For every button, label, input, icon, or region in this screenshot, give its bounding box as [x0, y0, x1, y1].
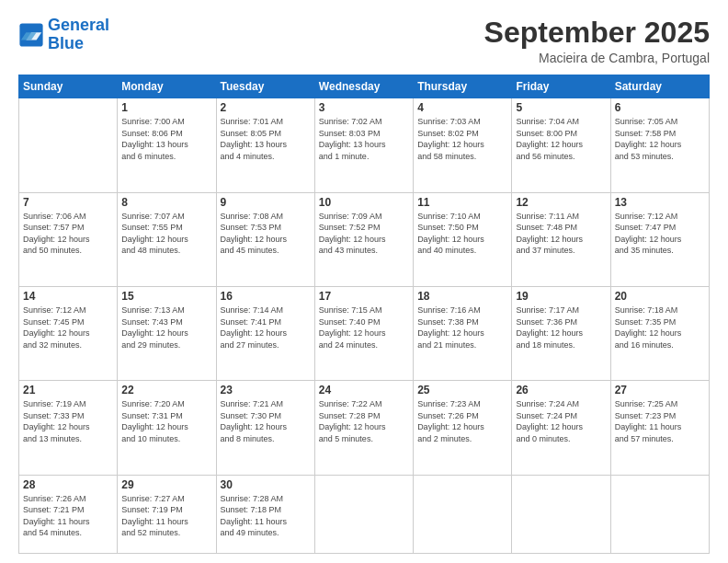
- day-info: Sunrise: 7:11 AM Sunset: 7:48 PM Dayligh…: [516, 211, 606, 257]
- day-info: Sunrise: 7:06 AM Sunset: 7:57 PM Dayligh…: [23, 211, 113, 257]
- header-saturday: Saturday: [610, 75, 709, 98]
- day-info: Sunrise: 7:03 AM Sunset: 8:02 PM Dayligh…: [417, 116, 507, 162]
- day-info: Sunrise: 7:24 AM Sunset: 7:24 PM Dayligh…: [516, 398, 606, 444]
- day-info: Sunrise: 7:12 AM Sunset: 7:47 PM Dayligh…: [615, 211, 705, 257]
- table-row: 14Sunrise: 7:12 AM Sunset: 7:45 PM Dayli…: [19, 286, 118, 380]
- table-row: 17Sunrise: 7:15 AM Sunset: 7:40 PM Dayli…: [314, 286, 413, 380]
- table-row: 25Sunrise: 7:23 AM Sunset: 7:26 PM Dayli…: [414, 381, 512, 475]
- table-row: 26Sunrise: 7:24 AM Sunset: 7:24 PM Dayli…: [512, 381, 610, 475]
- day-number: 30: [221, 478, 311, 491]
- day-number: 15: [121, 290, 211, 303]
- day-info: Sunrise: 7:26 AM Sunset: 7:21 PM Dayligh…: [23, 493, 113, 539]
- table-row: 22Sunrise: 7:20 AM Sunset: 7:31 PM Dayli…: [118, 381, 216, 475]
- day-number: 18: [417, 290, 507, 303]
- table-row: 4Sunrise: 7:03 AM Sunset: 8:02 PM Daylig…: [414, 98, 512, 192]
- day-info: Sunrise: 7:08 AM Sunset: 7:53 PM Dayligh…: [221, 211, 311, 257]
- calendar: Sunday Monday Tuesday Wednesday Thursday…: [18, 75, 710, 554]
- day-info: Sunrise: 7:04 AM Sunset: 8:00 PM Dayligh…: [516, 116, 606, 162]
- page: General Blue September 2025 Macieira de …: [0, 0, 728, 563]
- month-title: September 2025: [484, 17, 710, 49]
- table-row: 23Sunrise: 7:21 AM Sunset: 7:30 PM Dayli…: [216, 381, 314, 475]
- header-tuesday: Tuesday: [216, 75, 314, 98]
- table-row: 5Sunrise: 7:04 AM Sunset: 8:00 PM Daylig…: [512, 98, 610, 192]
- location: Macieira de Cambra, Portugal: [484, 51, 710, 65]
- day-number: 9: [221, 196, 311, 209]
- day-info: Sunrise: 7:17 AM Sunset: 7:36 PM Dayligh…: [516, 304, 606, 350]
- day-number: 14: [23, 290, 113, 303]
- day-number: 27: [615, 384, 705, 396]
- table-row: 28Sunrise: 7:26 AM Sunset: 7:21 PM Dayli…: [19, 475, 118, 553]
- table-row: 7Sunrise: 7:06 AM Sunset: 7:57 PM Daylig…: [19, 192, 118, 286]
- table-row: 6Sunrise: 7:05 AM Sunset: 7:58 PM Daylig…: [610, 98, 709, 192]
- day-info: Sunrise: 7:19 AM Sunset: 7:33 PM Dayligh…: [23, 398, 113, 444]
- logo: General Blue: [18, 17, 109, 53]
- table-row: 21Sunrise: 7:19 AM Sunset: 7:33 PM Dayli…: [19, 381, 118, 475]
- table-row: 16Sunrise: 7:14 AM Sunset: 7:41 PM Dayli…: [216, 286, 314, 380]
- logo-general: General: [48, 16, 109, 34]
- day-number: 8: [121, 196, 211, 209]
- day-number: 13: [615, 196, 705, 209]
- table-row: 2Sunrise: 7:01 AM Sunset: 8:05 PM Daylig…: [216, 98, 314, 192]
- day-number: 17: [319, 290, 409, 303]
- day-info: Sunrise: 7:13 AM Sunset: 7:43 PM Dayligh…: [121, 304, 211, 350]
- day-info: Sunrise: 7:14 AM Sunset: 7:41 PM Dayligh…: [221, 304, 311, 350]
- day-info: Sunrise: 7:16 AM Sunset: 7:38 PM Dayligh…: [417, 304, 507, 350]
- logo-icon: [18, 22, 44, 48]
- header: General Blue September 2025 Macieira de …: [18, 17, 710, 65]
- day-number: 12: [516, 196, 606, 209]
- logo-text: General Blue: [48, 17, 109, 53]
- table-row: 11Sunrise: 7:10 AM Sunset: 7:50 PM Dayli…: [414, 192, 512, 286]
- table-row: 24Sunrise: 7:22 AM Sunset: 7:28 PM Dayli…: [314, 381, 413, 475]
- day-number: 16: [221, 290, 311, 303]
- title-block: September 2025 Macieira de Cambra, Portu…: [484, 17, 710, 65]
- day-number: 2: [221, 101, 311, 114]
- day-number: 28: [23, 478, 113, 491]
- table-row: 15Sunrise: 7:13 AM Sunset: 7:43 PM Dayli…: [118, 286, 216, 380]
- header-friday: Friday: [512, 75, 610, 98]
- table-row: 18Sunrise: 7:16 AM Sunset: 7:38 PM Dayli…: [414, 286, 512, 380]
- header-wednesday: Wednesday: [314, 75, 413, 98]
- table-row: 9Sunrise: 7:08 AM Sunset: 7:53 PM Daylig…: [216, 192, 314, 286]
- day-number: 21: [23, 384, 113, 396]
- day-number: 4: [417, 101, 507, 114]
- weekday-header-row: Sunday Monday Tuesday Wednesday Thursday…: [19, 75, 710, 98]
- day-number: 20: [615, 290, 705, 303]
- day-info: Sunrise: 7:25 AM Sunset: 7:23 PM Dayligh…: [615, 398, 705, 444]
- day-info: Sunrise: 7:23 AM Sunset: 7:26 PM Dayligh…: [417, 398, 507, 444]
- logo-blue: Blue: [48, 34, 84, 52]
- table-row: 27Sunrise: 7:25 AM Sunset: 7:23 PM Dayli…: [610, 381, 709, 475]
- table-row: 3Sunrise: 7:02 AM Sunset: 8:03 PM Daylig…: [314, 98, 413, 192]
- day-info: Sunrise: 7:10 AM Sunset: 7:50 PM Dayligh…: [417, 211, 507, 257]
- table-row: 30Sunrise: 7:28 AM Sunset: 7:18 PM Dayli…: [216, 475, 314, 553]
- day-number: 19: [516, 290, 606, 303]
- table-row: [512, 475, 610, 553]
- day-info: Sunrise: 7:09 AM Sunset: 7:52 PM Dayligh…: [319, 211, 409, 257]
- day-info: Sunrise: 7:27 AM Sunset: 7:19 PM Dayligh…: [121, 493, 211, 539]
- day-info: Sunrise: 7:15 AM Sunset: 7:40 PM Dayligh…: [319, 304, 409, 350]
- day-number: 23: [221, 384, 311, 396]
- day-number: 25: [417, 384, 507, 396]
- header-sunday: Sunday: [19, 75, 118, 98]
- table-row: [314, 475, 413, 553]
- day-info: Sunrise: 7:05 AM Sunset: 7:58 PM Dayligh…: [615, 116, 705, 162]
- table-row: 8Sunrise: 7:07 AM Sunset: 7:55 PM Daylig…: [118, 192, 216, 286]
- table-row: 19Sunrise: 7:17 AM Sunset: 7:36 PM Dayli…: [512, 286, 610, 380]
- day-number: 5: [516, 101, 606, 114]
- table-row: [19, 98, 118, 192]
- table-row: 29Sunrise: 7:27 AM Sunset: 7:19 PM Dayli…: [118, 475, 216, 553]
- table-row: 20Sunrise: 7:18 AM Sunset: 7:35 PM Dayli…: [610, 286, 709, 380]
- table-row: 10Sunrise: 7:09 AM Sunset: 7:52 PM Dayli…: [314, 192, 413, 286]
- day-info: Sunrise: 7:02 AM Sunset: 8:03 PM Dayligh…: [319, 116, 409, 162]
- day-info: Sunrise: 7:28 AM Sunset: 7:18 PM Dayligh…: [221, 493, 311, 539]
- day-info: Sunrise: 7:20 AM Sunset: 7:31 PM Dayligh…: [121, 398, 211, 444]
- day-number: 7: [23, 196, 113, 209]
- day-info: Sunrise: 7:22 AM Sunset: 7:28 PM Dayligh…: [319, 398, 409, 444]
- table-row: [610, 475, 709, 553]
- day-info: Sunrise: 7:07 AM Sunset: 7:55 PM Dayligh…: [121, 211, 211, 257]
- day-number: 3: [319, 101, 409, 114]
- table-row: 1Sunrise: 7:00 AM Sunset: 8:06 PM Daylig…: [118, 98, 216, 192]
- day-info: Sunrise: 7:01 AM Sunset: 8:05 PM Dayligh…: [221, 116, 311, 162]
- day-number: 26: [516, 384, 606, 396]
- day-number: 29: [121, 478, 211, 491]
- day-number: 10: [319, 196, 409, 209]
